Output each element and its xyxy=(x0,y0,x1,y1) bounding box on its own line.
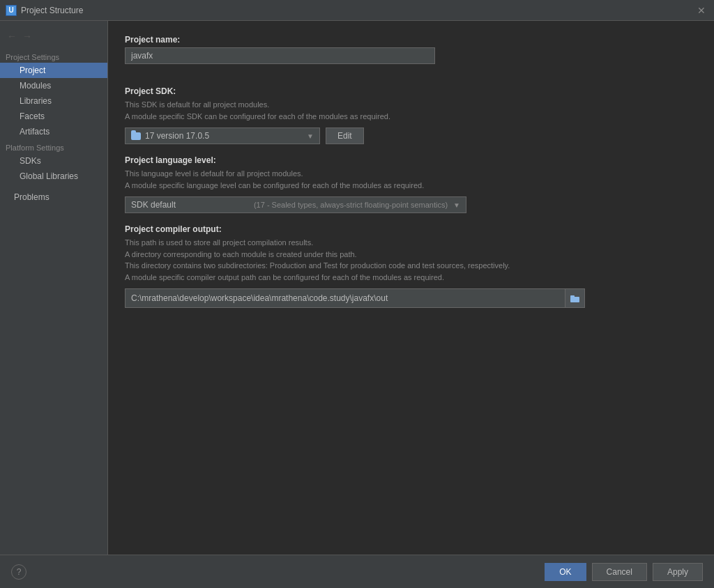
sidebar-item-global-libraries[interactable]: Global Libraries xyxy=(0,169,107,184)
forward-arrow[interactable]: → xyxy=(21,29,33,43)
apply-button[interactable]: Apply xyxy=(653,563,703,581)
sdk-value: 17 version 17.0.5 xyxy=(145,131,209,141)
sidebar: ← → Project Settings Project Modules Lib… xyxy=(0,21,108,588)
cancel-button[interactable]: Cancel xyxy=(592,563,647,581)
project-name-label: Project name: xyxy=(125,35,697,45)
sidebar-item-facets[interactable]: Facets xyxy=(0,109,107,124)
compiler-output-desc: This path is used to store all project c… xyxy=(125,237,697,283)
sidebar-item-project[interactable]: Project xyxy=(0,63,107,78)
language-level-dropdown[interactable]: SDK default (17 - Sealed types, always-s… xyxy=(125,196,466,213)
sidebar-item-modules[interactable]: Modules xyxy=(0,78,107,93)
project-sdk-desc: This SDK is default for all project modu… xyxy=(125,99,697,122)
sdk-dropdown[interactable]: 17 version 17.0.5 ▼ xyxy=(125,127,320,144)
svg-rect-0 xyxy=(570,297,579,302)
ok-button[interactable]: OK xyxy=(545,563,586,581)
bottom-bar: ? OK Cancel Apply xyxy=(0,555,714,588)
svg-rect-1 xyxy=(570,295,575,297)
title-bar: U Project Structure ✕ xyxy=(0,0,714,21)
app-icon: U xyxy=(6,5,17,16)
chevron-down-icon-lang: ▼ xyxy=(453,201,460,209)
platform-settings-label: Platform Settings xyxy=(0,139,107,153)
project-name-input[interactable] xyxy=(125,47,435,64)
language-level-hint: (17 - Sealed types, always-strict floati… xyxy=(254,201,448,209)
nav-arrows: ← → xyxy=(0,26,107,49)
title-bar-left: U Project Structure xyxy=(6,5,83,16)
language-level-label: Project language level: xyxy=(125,155,697,165)
action-buttons: OK Cancel Apply xyxy=(545,563,703,581)
window-title: Project Structure xyxy=(21,6,83,15)
folder-browse-icon xyxy=(570,295,580,302)
language-level-desc: This language level is default for all p… xyxy=(125,168,697,191)
folder-icon xyxy=(131,132,141,140)
sidebar-item-sdks[interactable]: SDKs xyxy=(0,153,107,169)
help-button[interactable]: ? xyxy=(11,564,26,580)
sdk-dropdown-inner: 17 version 17.0.5 xyxy=(131,131,307,141)
compiler-output-label: Project compiler output: xyxy=(125,224,697,234)
main-layout: ← → Project Settings Project Modules Lib… xyxy=(0,21,714,588)
chevron-down-icon: ▼ xyxy=(307,132,314,140)
language-level-value: SDK default xyxy=(131,200,254,210)
content-area: Project name: Project SDK: This SDK is d… xyxy=(108,21,714,588)
sdk-row: 17 version 17.0.5 ▼ Edit xyxy=(125,127,697,144)
compiler-output-row xyxy=(125,288,585,308)
sidebar-item-libraries[interactable]: Libraries xyxy=(0,93,107,109)
back-arrow[interactable]: ← xyxy=(6,29,18,43)
project-settings-label: Project Settings xyxy=(0,49,107,63)
edit-sdk-button[interactable]: Edit xyxy=(326,127,364,144)
sidebar-item-problems[interactable]: Problems xyxy=(0,189,107,205)
sidebar-item-artifacts[interactable]: Artifacts xyxy=(0,124,107,139)
close-button[interactable]: ✕ xyxy=(694,4,708,17)
project-sdk-label: Project SDK: xyxy=(125,86,697,96)
compiler-output-input[interactable] xyxy=(126,291,565,306)
browse-folder-button[interactable] xyxy=(565,289,584,307)
